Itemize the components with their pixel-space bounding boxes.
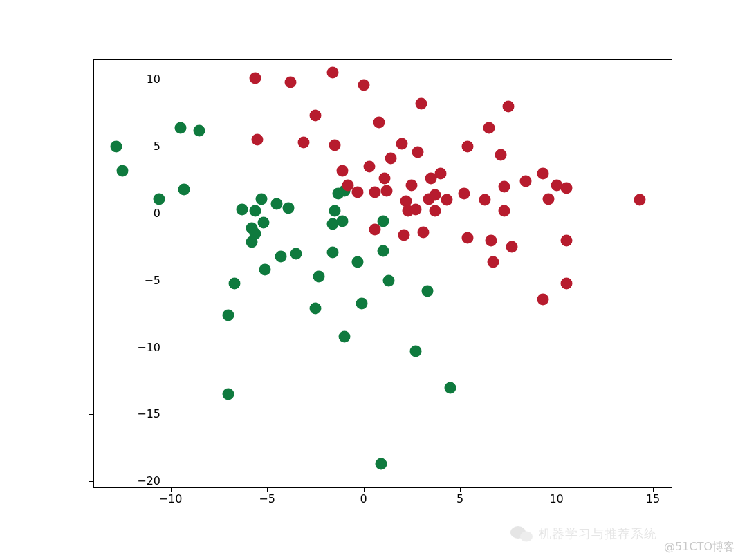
x-tick-label: −10	[150, 492, 192, 505]
data-point-red	[358, 79, 369, 91]
data-point-green	[290, 248, 302, 259]
x-tick-label: 5	[439, 492, 481, 505]
x-tick-mark	[364, 488, 365, 492]
y-tick-mark	[89, 481, 93, 482]
y-tick-label: 10	[91, 73, 160, 86]
data-point-red	[458, 187, 470, 199]
data-point-red	[381, 185, 393, 196]
data-point-red	[429, 189, 441, 200]
svg-point-1	[520, 532, 533, 542]
data-point-red	[379, 173, 391, 185]
data-point-red	[336, 165, 348, 176]
data-point-green	[116, 165, 128, 176]
data-point-red	[537, 167, 549, 179]
data-point-green	[194, 124, 205, 136]
data-point-red	[329, 140, 340, 151]
data-point-red	[326, 67, 338, 79]
data-point-green	[174, 122, 186, 133]
y-tick-label: −10	[91, 341, 160, 354]
data-point-red	[373, 117, 385, 129]
y-tick-mark	[89, 214, 93, 214]
data-point-green	[111, 140, 122, 152]
wechat-watermark: 机器学习与推荐系统	[510, 524, 657, 543]
data-point-red	[435, 167, 447, 179]
data-point-red	[560, 183, 572, 194]
data-point-red	[499, 181, 510, 193]
data-point-green	[421, 286, 433, 297]
x-tick-mark	[653, 488, 654, 492]
data-point-green	[336, 216, 348, 227]
data-point-red	[537, 293, 549, 305]
data-point-red	[369, 186, 381, 198]
data-point-green	[250, 205, 261, 216]
data-point-green	[338, 331, 350, 343]
data-point-green	[178, 183, 190, 195]
data-point-red	[441, 194, 452, 206]
y-tick-mark	[89, 414, 93, 415]
source-watermark: @51CTO博客	[664, 540, 735, 554]
y-tick-label: −15	[91, 407, 160, 420]
data-point-red	[560, 234, 572, 246]
data-point-red	[409, 204, 421, 216]
data-point-green	[250, 227, 261, 239]
data-point-green	[257, 217, 269, 229]
data-point-red	[385, 153, 396, 165]
data-point-green	[329, 205, 340, 216]
data-point-green	[356, 297, 367, 309]
wechat-watermark-text: 机器学习与推荐系统	[539, 525, 657, 542]
x-tick-label: 10	[536, 492, 578, 505]
data-point-green	[228, 277, 240, 289]
x-tick-label: −5	[246, 492, 288, 505]
data-point-red	[309, 110, 321, 122]
data-point-green	[153, 193, 165, 205]
data-point-red	[543, 193, 555, 205]
data-point-red	[634, 194, 645, 206]
data-point-red	[479, 194, 491, 206]
data-point-green	[445, 382, 456, 393]
data-point-red	[418, 226, 430, 238]
y-tick-label: 5	[91, 140, 160, 153]
data-point-red	[352, 186, 364, 198]
x-tick-label: 0	[343, 492, 385, 505]
data-point-red	[406, 180, 418, 192]
data-point-red	[412, 146, 423, 158]
data-point-green	[223, 389, 234, 400]
data-point-red	[398, 229, 410, 241]
data-point-green	[382, 274, 394, 286]
data-point-green	[309, 303, 321, 315]
x-tick-mark	[267, 488, 268, 492]
data-point-green	[259, 264, 271, 276]
data-point-red	[462, 232, 474, 243]
y-tick-mark	[89, 147, 93, 147]
data-point-green	[271, 198, 283, 210]
wechat-icon	[510, 524, 533, 543]
data-point-red	[416, 97, 427, 109]
data-point-red	[369, 224, 381, 236]
data-point-green	[223, 310, 234, 321]
data-point-green	[275, 250, 286, 262]
y-tick-label: −5	[91, 274, 160, 287]
data-point-red	[502, 100, 514, 112]
data-point-red	[506, 241, 518, 253]
data-point-red	[298, 137, 310, 149]
data-point-green	[236, 204, 248, 216]
data-point-red	[560, 277, 572, 289]
data-point-green	[377, 245, 389, 257]
data-point-red	[495, 149, 506, 160]
data-point-green	[313, 270, 325, 282]
y-tick-label: 0	[91, 207, 160, 220]
data-point-green	[409, 346, 421, 357]
data-point-green	[352, 256, 364, 268]
data-point-red	[396, 138, 408, 150]
data-point-red	[487, 256, 499, 268]
x-tick-label: 15	[632, 492, 674, 505]
x-tick-mark	[460, 488, 461, 492]
data-point-red	[499, 205, 510, 216]
data-point-red	[252, 134, 264, 146]
data-point-red	[483, 122, 495, 133]
data-point-red	[462, 140, 474, 152]
y-tick-mark	[89, 80, 93, 80]
data-point-red	[284, 76, 296, 88]
data-point-green	[326, 247, 338, 259]
data-point-red	[250, 73, 261, 84]
